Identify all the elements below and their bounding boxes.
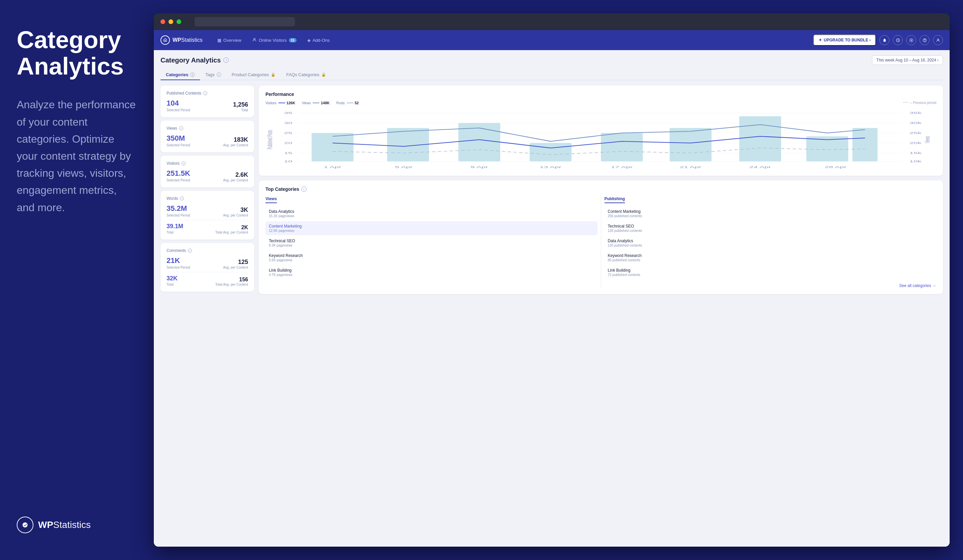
cat-item-keyword-research[interactable]: Keyword Research 5.6K pageviews: [266, 251, 598, 265]
cat-tab-publishing[interactable]: Publishing: [605, 196, 625, 203]
see-all-categories[interactable]: See all categories →: [605, 283, 937, 288]
stat-words-info[interactable]: i: [180, 196, 184, 201]
svg-text:5 Apr: 5 Apr: [395, 165, 413, 169]
svg-text:9 Apr: 9 Apr: [470, 165, 488, 169]
upgrade-icon: ✦: [819, 38, 822, 42]
logo-wp-text: WPStatistics: [38, 520, 91, 530]
nav-item-online-visitors[interactable]: Online Visitors 15: [248, 36, 301, 45]
stat-comments-main: 21K Selected Period: [167, 256, 190, 269]
nav-bar: WPStatistics ▦ Overview Online Visitors …: [154, 30, 950, 50]
stat-words-total-avg: 2K: [216, 225, 248, 231]
pub-item-keyword-research[interactable]: Keyword Research 80 published contents: [605, 251, 937, 265]
cat-item-data-analytics[interactable]: Data Analytics 15.1K pageviews: [266, 207, 598, 220]
upgrade-button[interactable]: ✦ UPGRADE TO BUNDLE ›: [813, 34, 876, 46]
legend-visitors: Visitors 126K: [266, 101, 295, 105]
stat-card-visitors-title: Visitors i: [167, 161, 248, 166]
svg-text:25: 25: [284, 131, 292, 135]
stat-visitors-info[interactable]: i: [182, 161, 186, 165]
stat-comments-avg: 125: [223, 259, 248, 265]
stat-comments-row2: 32K Total 156 Total Avg. per Content: [167, 275, 248, 286]
top-categories-title: Top Categories: [266, 186, 299, 192]
previous-period-dash: [903, 102, 908, 103]
cat-item-keyword-research-name: Keyword Research: [269, 253, 594, 258]
cat-column-divider: [601, 196, 601, 288]
cat-tab-views[interactable]: Views: [266, 196, 277, 203]
overview-icon: ▦: [217, 38, 221, 43]
stat-comments-total-secondary: 156 Total Avg. per Content: [216, 277, 248, 286]
stat-comments-total-main: 32K Total: [167, 275, 178, 286]
stat-visitors-value: 251.5K: [167, 169, 190, 178]
logo-icon: [17, 516, 34, 533]
stat-published-info[interactable]: i: [203, 91, 207, 95]
stat-comments-info[interactable]: i: [188, 249, 192, 252]
page-title-info-icon[interactable]: i: [223, 57, 229, 63]
svg-point-4: [937, 39, 939, 40]
svg-text:25k: 25k: [909, 131, 922, 135]
stat-words-row2: 39.1M Total 2K Total Avg. per Content: [167, 223, 248, 234]
tab-faqs-categories[interactable]: FAQs Categories 🔒: [281, 70, 331, 80]
pub-item-content-marketing[interactable]: Content Marketing 256 published contents: [605, 207, 937, 220]
tab-tags-info[interactable]: i: [217, 73, 221, 77]
nav-item-overview[interactable]: ▦ Overview: [212, 36, 246, 45]
addons-icon: ◈: [307, 38, 311, 43]
pub-item-keyword-research-sub: 80 published contents: [608, 258, 933, 262]
stat-comments-label: Selected Period: [167, 265, 190, 269]
nav-logo[interactable]: WPStatistics: [160, 36, 203, 45]
tab-categories-info[interactable]: i: [190, 73, 195, 77]
nav-item-visitors-label: Online Visitors: [259, 38, 287, 43]
svg-text:1 Apr: 1 Apr: [324, 165, 341, 169]
left-title: Category Analytics: [17, 27, 137, 79]
pub-item-data-analytics[interactable]: Data Analytics 120 published contents: [605, 236, 937, 250]
help-button[interactable]: [919, 35, 929, 45]
right-column: Performance Visitors 126K: [259, 86, 943, 294]
browser-dot-minimize[interactable]: [169, 19, 173, 24]
pub-item-link-building[interactable]: Link Building 72 published contents: [605, 265, 937, 279]
stat-words-total-secondary: 2K Total Avg. per Content: [216, 225, 248, 234]
publishing-column-header: Publishing: [605, 196, 937, 203]
cat-item-keyword-research-sub: 5.6K pageviews: [269, 258, 594, 262]
cat-item-content-marketing-sub: 12.5K pageviews: [269, 229, 594, 233]
pub-item-content-marketing-sub: 256 published contents: [608, 214, 933, 218]
top-categories-info[interactable]: i: [301, 186, 306, 192]
clock-button[interactable]: [893, 35, 903, 45]
stat-words-secondary: 3K Avg. per Content: [223, 207, 248, 217]
date-picker[interactable]: This week Aug 10 – Aug 16, 2024 ›: [872, 55, 943, 65]
pub-item-data-analytics-name: Data Analytics: [608, 239, 933, 243]
stat-published-secondary: 1,256 Total: [233, 101, 248, 112]
stat-words-avg-label: Avg. per Content: [223, 214, 248, 217]
user-button[interactable]: [933, 35, 943, 45]
views-column-header: Views: [266, 196, 598, 203]
stat-visitors-row: 251.5K Selected Period 2.6K Avg. per Con…: [167, 169, 248, 182]
legend-visitors-label: Visitors: [266, 101, 277, 105]
left-logo: WPStatistics: [17, 516, 137, 533]
page-header: Category Analytics i This week Aug 10 – …: [160, 55, 943, 65]
stat-views-row: 350M Selected Period 183K Avg. per Conte…: [167, 134, 248, 147]
stat-views-info[interactable]: i: [179, 126, 183, 130]
svg-text:13 Apr: 13 Apr: [540, 165, 562, 169]
tab-categories[interactable]: Categories i: [160, 70, 200, 80]
cat-item-content-marketing-name: Content Marketing: [269, 224, 594, 228]
nav-item-addons[interactable]: ◈ Add-Ons: [303, 36, 334, 45]
svg-point-3: [924, 41, 924, 41]
tab-faqs-lock-icon: 🔒: [321, 73, 326, 77]
browser-dot-maximize[interactable]: [177, 19, 181, 24]
views-column: Views Data Analytics 15.1K pageviews Con…: [266, 196, 598, 288]
browser-dot-close[interactable]: [160, 19, 165, 24]
legend-posts: Posts 52: [336, 101, 359, 105]
cat-item-content-marketing[interactable]: Content Marketing 12.5K pageviews: [266, 221, 598, 235]
notifications-button[interactable]: [879, 35, 890, 45]
legend-posts-color: [347, 103, 353, 103]
legend-visitors-color: [279, 103, 285, 103]
tab-tags[interactable]: Tags i: [200, 70, 226, 80]
pub-item-technical-seo[interactable]: Technical SEO 128 published contents: [605, 221, 937, 235]
visitors-icon: [252, 37, 257, 43]
stat-published-label: Selected Period: [167, 108, 190, 112]
svg-text:15: 15: [284, 151, 292, 155]
main-content: Category Analytics i This week Aug 10 – …: [154, 50, 950, 547]
svg-text:20: 20: [284, 141, 292, 145]
cat-item-link-building[interactable]: Link Building 4.7K pageviews: [266, 265, 598, 279]
tab-product-categories[interactable]: Product Categories 🔒: [226, 70, 281, 80]
cat-item-technical-seo[interactable]: Technical SEO 8.3K pageviews: [266, 236, 598, 250]
settings-button[interactable]: [906, 35, 916, 45]
svg-text:15k: 15k: [909, 151, 922, 155]
